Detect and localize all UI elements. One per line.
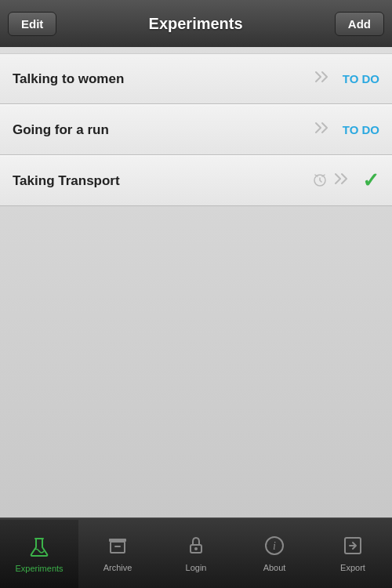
chevron-icon bbox=[332, 171, 351, 191]
status-todo: TO DO bbox=[343, 72, 379, 85]
tab-experiments[interactable]: Experiments bbox=[0, 518, 78, 588]
archive-icon bbox=[107, 535, 129, 560]
header: Edit Experiments Add bbox=[0, 0, 392, 47]
tab-about[interactable]: i About bbox=[235, 518, 314, 588]
info-icon: i bbox=[263, 535, 285, 560]
svg-rect-1 bbox=[34, 538, 44, 539]
tab-login-label: Login bbox=[186, 563, 207, 572]
tab-about-label: About bbox=[263, 563, 286, 572]
chevron-icon bbox=[313, 69, 332, 89]
svg-text:i: i bbox=[273, 540, 276, 552]
add-button[interactable]: Add bbox=[335, 12, 384, 36]
status-todo: TO DO bbox=[343, 123, 379, 136]
edit-button[interactable]: Edit bbox=[8, 12, 56, 36]
list-item[interactable]: Talking to women TO DO bbox=[0, 53, 392, 104]
alarm-icon bbox=[312, 172, 328, 191]
svg-rect-5 bbox=[114, 546, 121, 547]
status-done: ✓ bbox=[362, 169, 379, 193]
tab-archive[interactable]: Archive bbox=[78, 518, 157, 588]
list-item[interactable]: Going for a run TO DO bbox=[0, 104, 392, 155]
tab-bar: Experiments Archive Login bbox=[0, 517, 392, 588]
export-icon bbox=[342, 535, 364, 560]
item-label: Taking Transport bbox=[13, 173, 312, 189]
chevron-icon bbox=[313, 120, 332, 140]
lock-icon bbox=[185, 535, 207, 560]
svg-rect-4 bbox=[111, 539, 125, 542]
item-label: Talking to women bbox=[13, 71, 313, 87]
svg-point-7 bbox=[194, 547, 198, 550]
tab-login[interactable]: Login bbox=[157, 518, 235, 588]
item-label: Going for a run bbox=[13, 122, 313, 138]
tab-export-label: Export bbox=[340, 563, 365, 572]
flask-icon bbox=[28, 535, 50, 561]
list-item[interactable]: Taking Transport ✓ bbox=[0, 155, 392, 206]
experiments-list: Talking to women TO DOGoing for a run TO… bbox=[0, 47, 392, 517]
item-icons: TO DO bbox=[313, 120, 379, 140]
page-title: Experiments bbox=[149, 15, 243, 33]
tab-archive-label: Archive bbox=[103, 563, 132, 572]
tab-export[interactable]: Export bbox=[314, 518, 392, 588]
item-icons: ✓ bbox=[312, 169, 379, 193]
tab-experiments-label: Experiments bbox=[15, 564, 63, 573]
item-icons: TO DO bbox=[313, 69, 379, 89]
